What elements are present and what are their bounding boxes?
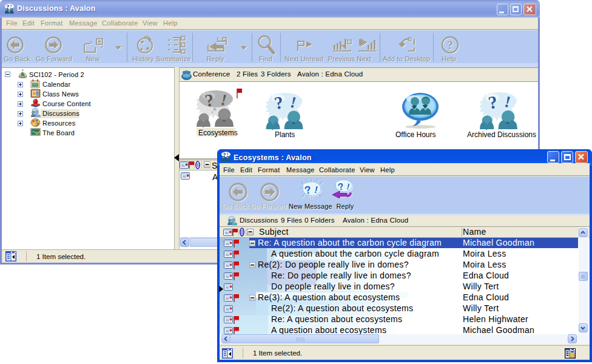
svg-text:?: ? <box>447 39 453 52</box>
